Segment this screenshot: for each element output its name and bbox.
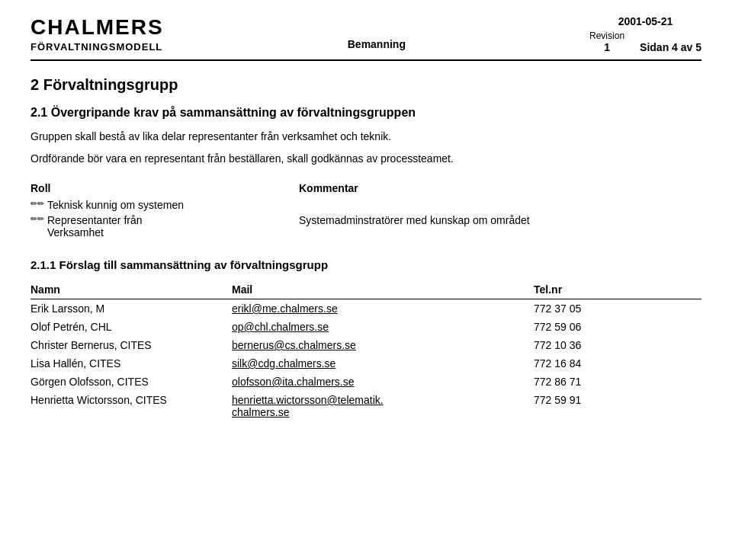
- person-mail-0[interactable]: erikl@me.chalmers.se: [232, 299, 534, 318]
- logo: CHALMERS: [30, 15, 164, 40]
- person-namn-1: Olof Petrén, CHL: [30, 318, 232, 336]
- revision-row: Revision 1 Sidan 4 av 5: [589, 30, 702, 53]
- col-tel-header: Tel.nr: [534, 280, 702, 299]
- col-namn-header: Namn: [30, 280, 232, 299]
- table-row: Erik Larsson, Merikl@me.chalmers.se772 3…: [30, 299, 702, 318]
- comment-col-header: Kommentar: [299, 179, 702, 197]
- pencil-icon-1: ✏✏: [30, 199, 44, 209]
- section-2-heading: Förvaltningsgrupp: [43, 76, 178, 93]
- table-row: Henrietta Wictorsson, CITEShenrietta.wic…: [30, 391, 702, 421]
- subsection-2-1-1-number: 2.1.1: [30, 258, 56, 271]
- table-row: Görgen Olofsson, CITESolofsson@ita.chalm…: [30, 373, 702, 391]
- subsection-2-1-number: 2.1: [30, 106, 47, 119]
- comment-cell-1: [299, 197, 702, 213]
- subsection-2-1-title: 2.1 Övergripande krav på sammansättning …: [30, 106, 702, 120]
- table-row: ✏✏ Representanter frånVerksamhet Systema…: [30, 213, 702, 240]
- person-namn-0: Erik Larsson, M: [30, 299, 232, 318]
- role-cell-2: ✏✏ Representanter frånVerksamhet: [30, 213, 299, 240]
- table-row: ✏✏ Teknisk kunnig om systemen: [30, 197, 702, 213]
- header-center: Bemanning: [348, 38, 406, 53]
- pencil-icon-2: ✏✏: [30, 214, 44, 224]
- role-item-1: ✏✏ Teknisk kunnig om systemen: [30, 199, 293, 211]
- person-namn-4: Görgen Olofsson, CITES: [30, 373, 232, 391]
- table-row: Christer Bernerus, CITESbernerus@cs.chal…: [30, 336, 702, 354]
- role-table: Roll Kommentar ✏✏ Teknisk kunnig om syst…: [30, 179, 702, 240]
- person-tel-5: 772 59 91: [534, 391, 702, 421]
- subsection-2-1-heading: Övergripande krav på sammansättning av f…: [51, 106, 416, 119]
- person-tel-1: 772 59 06: [534, 318, 702, 336]
- table-header-row: Namn Mail Tel.nr: [30, 280, 702, 299]
- person-tel-0: 772 37 05: [534, 299, 702, 318]
- header-right: 2001-05-21 Revision 1 Sidan 4 av 5: [589, 15, 702, 53]
- person-mail-1[interactable]: op@chl.chalmers.se: [232, 318, 534, 336]
- section-2-number: 2: [30, 76, 39, 93]
- person-mail-3[interactable]: silk@cdg.chalmers.se: [232, 354, 534, 373]
- person-namn-3: Lisa Hallén, CITES: [30, 354, 232, 373]
- page-col: Sidan 4 av 5: [640, 41, 702, 53]
- person-namn-2: Christer Bernerus, CITES: [30, 336, 232, 354]
- person-mail-4[interactable]: olofsson@ita.chalmers.se: [232, 373, 534, 391]
- document-subtitle: FÖRVALTNINGSMODELL: [30, 41, 164, 53]
- table-row: Olof Petrén, CHLop@chl.chalmers.se772 59…: [30, 318, 702, 336]
- comment-cell-2: Systemadminstratörer med kunskap om områ…: [299, 213, 702, 240]
- person-tel-3: 772 16 84: [534, 354, 702, 373]
- role-text-1: Teknisk kunnig om systemen: [47, 199, 184, 211]
- subsection-2-1-1-title: 2.1.1 Förslag till sammansättning av för…: [30, 258, 702, 271]
- person-mail-2[interactable]: bernerus@cs.chalmers.se: [232, 336, 534, 354]
- page-header: CHALMERS FÖRVALTNINGSMODELL Bemanning 20…: [30, 15, 702, 61]
- role-item-2: ✏✏ Representanter frånVerksamhet: [30, 214, 293, 238]
- role-text-2: Representanter frånVerksamhet: [47, 214, 143, 238]
- person-tel-2: 772 10 36: [534, 336, 702, 354]
- document-date: 2001-05-21: [589, 15, 702, 27]
- revision-col: Revision 1: [589, 30, 624, 53]
- person-mail-5[interactable]: henrietta.wictorsson@telematik.chalmers.…: [232, 391, 534, 421]
- col-mail-header: Mail: [232, 280, 534, 299]
- header-left: CHALMERS FÖRVALTNINGSMODELL: [30, 15, 164, 53]
- paragraph-2: Ordförande bör vara en representant från…: [30, 151, 702, 167]
- revision-label: Revision: [589, 30, 624, 41]
- person-tel-4: 772 86 71: [534, 373, 702, 391]
- paragraph-1: Gruppen skall bestå av lika delar repres…: [30, 129, 702, 145]
- subsection-2-1-1-heading: Förslag till sammansättning av förvaltni…: [59, 258, 329, 271]
- person-namn-5: Henrietta Wictorsson, CITES: [30, 391, 232, 421]
- persons-table: Namn Mail Tel.nr Erik Larsson, Merikl@me…: [30, 280, 702, 421]
- page-info: Sidan 4 av 5: [640, 41, 702, 53]
- role-col-header: Roll: [30, 179, 299, 197]
- table-row: Lisa Hallén, CITESsilk@cdg.chalmers.se77…: [30, 354, 702, 373]
- section-2-title: 2 Förvaltningsgrupp: [30, 76, 702, 94]
- role-cell-1: ✏✏ Teknisk kunnig om systemen: [30, 197, 299, 213]
- revision-number: 1: [604, 41, 610, 53]
